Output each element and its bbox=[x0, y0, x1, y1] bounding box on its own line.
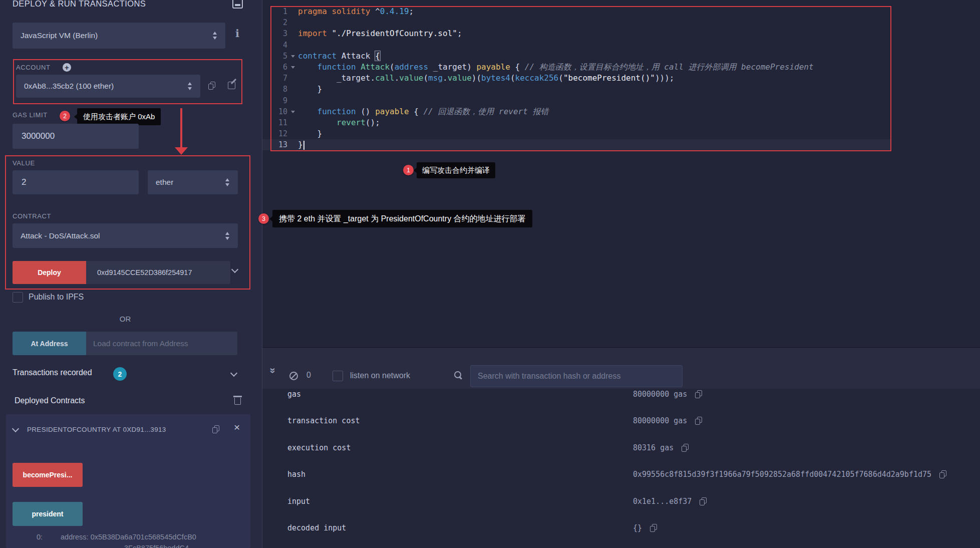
copy-value-icon[interactable] bbox=[650, 524, 658, 532]
row-label: gas bbox=[287, 390, 301, 399]
unit-value: ether bbox=[156, 178, 173, 187]
copy-value-icon[interactable] bbox=[682, 444, 689, 452]
transactions-count-badge: 2 bbox=[113, 367, 127, 381]
search-icon[interactable] bbox=[454, 371, 463, 380]
step-2-tooltip: 使用攻击者账户 0xAb bbox=[77, 108, 161, 125]
instance-expand-icon[interactable] bbox=[12, 425, 19, 432]
account-value: 0xAb8...35cb2 (100 ether) bbox=[24, 82, 114, 91]
terminal-row-decoded-input: decoded input{} bbox=[262, 522, 980, 533]
row-value: 80000000 gas bbox=[633, 390, 687, 399]
instance-title: PRESIDENTOFCOUNTRY AT 0XD91...3913 bbox=[27, 426, 208, 433]
row-label: execution cost bbox=[287, 443, 351, 452]
output-index: 0: bbox=[37, 533, 43, 541]
terminal-toolbar: » 0 listen on network bbox=[262, 347, 980, 389]
step-3-tooltip: 携带 2 eth 并设置 _target 为 PresidentOfCountr… bbox=[272, 210, 532, 227]
row-label: transaction cost bbox=[287, 416, 360, 425]
transactions-recorded-label: Transactions recorded bbox=[13, 368, 92, 377]
listen-network-label: listen on network bbox=[350, 371, 410, 380]
account-select[interactable]: 0xAb8...35cb2 (100 ether) bbox=[16, 75, 200, 98]
constructor-arg-input[interactable] bbox=[86, 261, 230, 284]
step-3-badge: 3 bbox=[258, 213, 269, 224]
row-value: 0x1e1...e8f37 bbox=[633, 497, 692, 506]
copy-value-icon[interactable] bbox=[695, 390, 703, 398]
copy-value-icon[interactable] bbox=[695, 417, 703, 425]
become-president-button[interactable]: becomePresi... bbox=[13, 463, 83, 487]
gas-limit-input[interactable] bbox=[13, 124, 139, 149]
contract-select[interactable]: Attack - DoS/Attack.sol bbox=[13, 223, 238, 248]
row-label: hash bbox=[287, 470, 305, 479]
at-address-button[interactable]: At Address bbox=[13, 332, 86, 355]
row-label: input bbox=[287, 497, 310, 506]
row-value: {} bbox=[633, 523, 642, 532]
terminal-row-input: input0x1e1...e8f37 bbox=[262, 496, 980, 507]
terminal-row-transaction-cost: transaction cost80000000 gas bbox=[262, 415, 980, 426]
at-address-input[interactable] bbox=[86, 332, 237, 355]
add-account-icon[interactable]: + bbox=[63, 63, 71, 72]
environment-value: JavaScript VM (Berlin) bbox=[21, 31, 98, 40]
output-address-line2: 3FcB875f56beddC4 bbox=[124, 544, 189, 548]
select-arrows-icon bbox=[188, 82, 192, 90]
step-1-tooltip: 编写攻击合约并编译 bbox=[417, 162, 495, 178]
edit-account-icon[interactable] bbox=[228, 82, 235, 89]
clear-terminal-icon[interactable] bbox=[289, 372, 298, 380]
step-2-badge: 2 bbox=[60, 111, 70, 121]
select-arrows-icon bbox=[225, 178, 230, 186]
account-label: ACCOUNT bbox=[16, 64, 50, 71]
copy-value-icon[interactable] bbox=[700, 497, 707, 505]
info-icon[interactable]: i bbox=[235, 27, 239, 40]
row-value: 80316 gas bbox=[633, 443, 674, 452]
value-label: VALUE bbox=[13, 159, 35, 167]
terminal-row-gas: gas80000000 gas bbox=[262, 389, 980, 400]
unit-select[interactable]: ether bbox=[148, 170, 238, 194]
contract-instance: PRESIDENTOFCOUNTRY AT 0XD91...3913 × bec… bbox=[6, 414, 250, 548]
step-1-badge: 1 bbox=[403, 165, 414, 175]
listen-network-checkbox[interactable] bbox=[333, 371, 343, 381]
output-address-line1: address: 0x5B38Da6a701c568545dCfcB0 bbox=[61, 533, 196, 541]
copy-value-icon[interactable] bbox=[939, 470, 947, 478]
copy-instance-address-icon[interactable] bbox=[212, 425, 220, 433]
remix-app: DEPLOY & RUN TRANSACTIONS JavaScript VM … bbox=[0, 0, 980, 548]
select-arrows-icon bbox=[213, 32, 217, 40]
delete-contracts-icon[interactable] bbox=[234, 398, 241, 405]
terminal-row-hash: hash0x99556c8f815d39f3f1966a79f5092852a6… bbox=[262, 469, 980, 480]
code-highlight-box bbox=[270, 6, 891, 151]
value-input[interactable] bbox=[13, 170, 139, 194]
row-label: decoded input bbox=[287, 523, 346, 532]
or-divider: OR bbox=[0, 315, 250, 323]
row-value: 0x99556c8f815d39f3f1966a79f5092852a68ffd… bbox=[633, 470, 931, 479]
close-instance-icon[interactable]: × bbox=[234, 421, 240, 433]
expand-terminal-icon[interactable]: » bbox=[268, 368, 279, 379]
row-value: 80000000 gas bbox=[633, 416, 687, 425]
deploy-run-panel: DEPLOY & RUN TRANSACTIONS JavaScript VM … bbox=[0, 0, 262, 548]
deployed-contracts-label: Deployed Contracts bbox=[15, 396, 85, 405]
contract-value: Attack - DoS/Attack.sol bbox=[21, 231, 100, 240]
gas-limit-label: GAS LIMIT bbox=[13, 111, 48, 119]
terminal-count: 0 bbox=[306, 371, 311, 380]
terminal-log: gas80000000 gastransaction cost80000000 … bbox=[262, 389, 980, 548]
notepad-icon[interactable] bbox=[232, 0, 243, 9]
publish-ipfs-label: Publish to IPFS bbox=[29, 293, 84, 302]
president-button[interactable]: president bbox=[13, 502, 83, 526]
publish-ipfs-checkbox[interactable] bbox=[13, 292, 23, 303]
terminal-search-input[interactable] bbox=[470, 365, 683, 387]
red-arrow-head bbox=[175, 147, 188, 155]
panel-title: DEPLOY & RUN TRANSACTIONS bbox=[13, 0, 146, 9]
copy-account-icon[interactable] bbox=[208, 82, 216, 90]
select-arrows-icon bbox=[225, 232, 230, 240]
terminal-row-execution-cost: execution cost80316 gas bbox=[262, 442, 980, 453]
contract-label: CONTRACT bbox=[13, 212, 51, 220]
red-arrow bbox=[180, 108, 182, 147]
deploy-button[interactable]: Deploy bbox=[13, 261, 86, 284]
environment-select[interactable]: JavaScript VM (Berlin) bbox=[13, 23, 225, 49]
collapse-transactions-icon[interactable] bbox=[230, 370, 237, 377]
